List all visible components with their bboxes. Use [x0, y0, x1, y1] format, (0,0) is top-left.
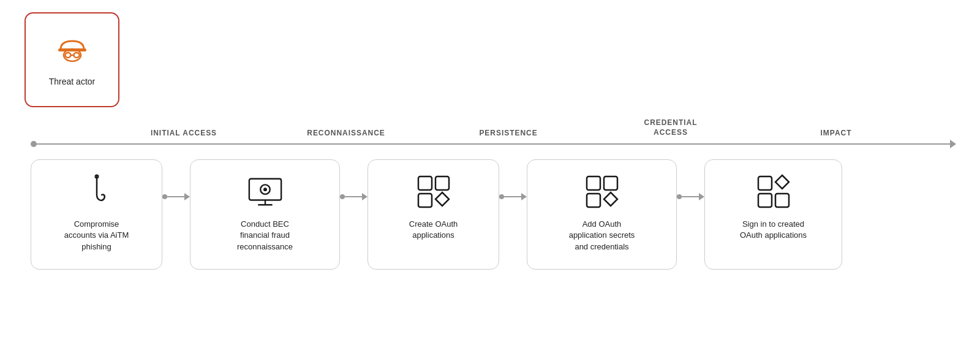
phase-label-cred: CREDENTIALACCESS	[591, 118, 750, 137]
phases-row: INITIAL ACCESS RECONNAISSANCE PERSISTENC…	[24, 118, 956, 137]
svg-rect-15	[587, 176, 600, 190]
phase-label-persist: PERSISTENCE	[438, 129, 579, 137]
step-phishing-box: Compromise accounts via AiTM phishing	[31, 159, 162, 270]
phase-label-impact: IMPACT	[763, 129, 910, 137]
svg-point-3	[74, 53, 79, 58]
timeline-row	[24, 141, 956, 147]
threat-actor-label: Threat actor	[49, 77, 95, 86]
phase-label-initial: INITIAL ACCESS	[113, 129, 254, 137]
threat-actor-icon	[54, 34, 91, 70]
svg-rect-18	[758, 176, 772, 190]
svg-rect-20	[775, 194, 789, 207]
phishing-icon	[78, 173, 115, 210]
diagram-container: Threat actor INITIAL ACCESS RECONNAISSAN…	[0, 0, 980, 345]
step-create-oauth-label: Create OAuth applications	[409, 219, 458, 241]
timeline-start-dot	[31, 141, 37, 147]
svg-point-2	[65, 53, 70, 58]
step-bec-label: Conduct BEC financial fraud reconnaissan…	[237, 219, 293, 252]
step-sign-in-box: Sign in to created OAuth applications	[704, 159, 842, 270]
svg-rect-12	[418, 176, 432, 190]
phase-label-recon: RECONNAISSANCE	[266, 129, 426, 137]
svg-rect-13	[435, 176, 449, 190]
svg-rect-17	[587, 194, 600, 207]
sign-in-icon	[755, 173, 792, 210]
step-bec-box: Conduct BEC financial fraud reconnaissan…	[190, 159, 340, 270]
step-create-oauth-box: Create OAuth applications	[368, 159, 499, 270]
connector-1-2	[162, 159, 190, 200]
timeline-line	[37, 143, 956, 145]
svg-rect-14	[418, 194, 432, 207]
step-add-secrets-label: Add OAuth application secrets and creden…	[569, 219, 635, 252]
threat-actor-box: Threat actor	[24, 12, 119, 107]
step-add-secrets-box: Add OAuth application secrets and creden…	[527, 159, 677, 270]
create-oauth-icon	[415, 173, 452, 210]
svg-rect-16	[604, 176, 617, 190]
connector-4-5	[677, 159, 704, 200]
step-sign-in-label: Sign in to created OAuth applications	[740, 219, 807, 241]
connector-3-4	[499, 159, 527, 200]
add-secrets-icon	[584, 173, 620, 210]
connector-2-3	[340, 159, 368, 200]
svg-point-9	[263, 188, 267, 191]
svg-rect-19	[758, 194, 772, 207]
steps-row: Compromise accounts via AiTM phishing	[24, 159, 956, 270]
step-phishing-label: Compromise accounts via AiTM phishing	[64, 219, 129, 252]
bec-icon	[247, 173, 284, 210]
